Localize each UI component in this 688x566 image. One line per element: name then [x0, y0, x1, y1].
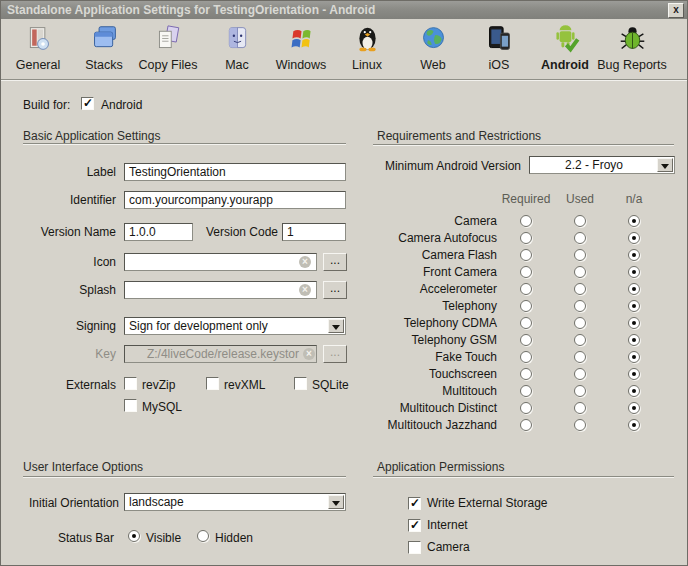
min-android-version-dropdown[interactable]: 2.2 - Froyo: [529, 156, 675, 174]
feature-column-headers: Required Used n/a: [361, 192, 659, 206]
feature-na-radio[interactable]: [628, 419, 640, 431]
feature-label: Multitouch Jazzhand: [361, 418, 499, 432]
status-bar-hidden-radio[interactable]: [197, 530, 209, 542]
feature-used-radio[interactable]: [574, 334, 586, 346]
feature-used-radio[interactable]: [574, 249, 586, 261]
feature-required-radio[interactable]: [520, 283, 532, 295]
clear-icon[interactable]: [299, 256, 311, 268]
clear-icon[interactable]: [299, 284, 311, 296]
feature-label: Camera Flash: [361, 248, 499, 262]
feature-used-radio[interactable]: [574, 385, 586, 397]
close-icon[interactable]: x: [668, 3, 684, 18]
column-required: Required: [499, 192, 553, 206]
icon-input[interactable]: [124, 253, 317, 271]
feature-na-radio[interactable]: [628, 317, 640, 329]
feature-required-radio[interactable]: [520, 419, 532, 431]
feature-used-radio[interactable]: [574, 300, 586, 312]
title-bar[interactable]: Standalone Application Settings for Test…: [1, 1, 687, 19]
feature-required-radio[interactable]: [520, 215, 532, 227]
external-sqlite-checkbox[interactable]: [294, 377, 307, 390]
label-field-label: Label: [23, 165, 116, 179]
status-bar-visible-label: Visible: [146, 531, 181, 545]
feature-used-radio[interactable]: [574, 351, 586, 363]
feature-required-radio[interactable]: [520, 300, 532, 312]
feature-required-radio[interactable]: [520, 266, 532, 278]
status-bar-hidden-label: Hidden: [215, 531, 253, 545]
build-for-label: Build for:: [23, 98, 70, 112]
feature-label: Multitouch Distinct: [361, 401, 499, 415]
icon-browse-button[interactable]: ...: [323, 253, 347, 271]
feature-required-radio[interactable]: [520, 317, 532, 329]
feature-na-radio[interactable]: [628, 334, 640, 346]
dropdown-arrow-icon[interactable]: [657, 158, 673, 172]
icon-label: Icon: [23, 255, 116, 269]
tab-bug-reports[interactable]: Bug Reports: [589, 24, 675, 72]
feature-used-radio[interactable]: [574, 402, 586, 414]
external-revzip-checkbox[interactable]: [124, 377, 137, 390]
feature-label: Fake Touch: [361, 350, 499, 364]
feature-row: Fake Touch: [361, 348, 659, 365]
splash-label: Splash: [23, 283, 116, 297]
feature-used-radio[interactable]: [574, 232, 586, 244]
version-name-input[interactable]: 1.0.0: [124, 223, 193, 241]
status-bar-label: Status Bar: [23, 531, 114, 545]
feature-used-radio[interactable]: [574, 368, 586, 380]
initial-orientation-value: landscape: [129, 495, 184, 509]
permission-checkbox[interactable]: [408, 497, 421, 510]
tab-label: Web: [420, 58, 445, 72]
label-input[interactable]: TestingOrientation: [124, 163, 346, 181]
tab-label: iOS: [489, 58, 510, 72]
feature-na-radio[interactable]: [628, 215, 640, 227]
stacks-icon: [90, 24, 119, 56]
feature-na-radio[interactable]: [628, 249, 640, 261]
version-code-input[interactable]: 1: [282, 223, 346, 241]
feature-used-radio[interactable]: [574, 317, 586, 329]
feature-required-radio[interactable]: [520, 351, 532, 363]
dropdown-arrow-icon[interactable]: [328, 319, 344, 333]
splash-input[interactable]: [124, 281, 317, 299]
permission-checkbox[interactable]: [408, 541, 421, 554]
feature-na-radio[interactable]: [628, 266, 640, 278]
mac-icon: [223, 24, 252, 56]
splash-browse-button[interactable]: ...: [323, 281, 347, 299]
build-for-option-label: Android: [101, 98, 142, 112]
feature-required-radio[interactable]: [520, 232, 532, 244]
status-bar-visible-radio[interactable]: [128, 530, 140, 542]
feature-required-radio[interactable]: [520, 402, 532, 414]
permission-checkbox[interactable]: [408, 519, 421, 532]
dropdown-arrow-icon[interactable]: [328, 495, 344, 509]
feature-used-radio[interactable]: [574, 215, 586, 227]
initial-orientation-dropdown[interactable]: landscape: [124, 493, 346, 511]
external-mysql-checkbox[interactable]: [124, 399, 137, 412]
feature-na-radio[interactable]: [628, 385, 640, 397]
tab-label: General: [16, 58, 60, 72]
feature-label: Accelerometer: [361, 282, 499, 296]
tab-label: Android: [541, 58, 589, 72]
feature-used-radio[interactable]: [574, 283, 586, 295]
feature-na-radio[interactable]: [628, 402, 640, 414]
ios-devices-icon: [485, 24, 514, 56]
build-for-checkbox[interactable]: [81, 97, 94, 110]
feature-label: Telephony: [361, 299, 499, 313]
feature-required-radio[interactable]: [520, 368, 532, 380]
identifier-input[interactable]: com.yourcompany.yourapp: [124, 191, 346, 209]
signing-dropdown[interactable]: Sign for development only: [124, 317, 346, 335]
tab-label: Bug Reports: [597, 58, 666, 72]
feature-required-radio[interactable]: [520, 385, 532, 397]
standalone-settings-dialog: Standalone Application Settings for Test…: [0, 0, 688, 566]
feature-na-radio[interactable]: [628, 232, 640, 244]
external-revxml-checkbox[interactable]: [206, 377, 219, 390]
feature-label: Touchscreen: [361, 367, 499, 381]
windows-icon: [287, 24, 316, 56]
feature-used-radio[interactable]: [574, 266, 586, 278]
feature-na-radio[interactable]: [628, 351, 640, 363]
web-globe-icon: [419, 24, 448, 56]
feature-label: Multitouch: [361, 384, 499, 398]
feature-na-radio[interactable]: [628, 283, 640, 295]
feature-row: Multitouch: [361, 382, 659, 399]
feature-used-radio[interactable]: [574, 419, 586, 431]
feature-na-radio[interactable]: [628, 368, 640, 380]
feature-na-radio[interactable]: [628, 300, 640, 312]
feature-required-radio[interactable]: [520, 249, 532, 261]
feature-required-radio[interactable]: [520, 334, 532, 346]
